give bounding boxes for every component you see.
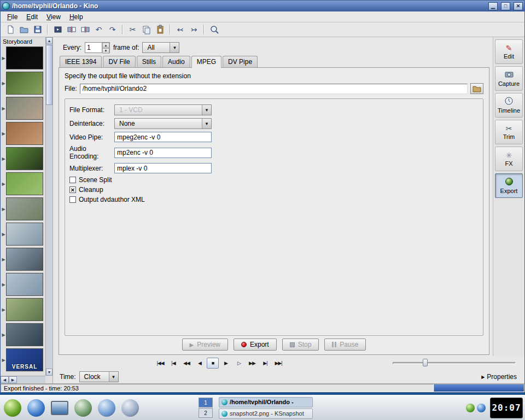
storyboard-clip[interactable]: ▶ [1, 121, 45, 146]
scroll-down-icon[interactable]: ▼ [46, 369, 52, 376]
transport-button[interactable]: |◀◀ [154, 358, 166, 369]
menu-item[interactable]: Edit [22, 12, 42, 22]
chat-icon[interactable] [96, 398, 117, 418]
spin-down-icon[interactable]: ▼ [102, 48, 109, 54]
sidebar-item-trim[interactable]: ✂ Trim [495, 120, 523, 144]
menu-item[interactable]: View [42, 12, 65, 22]
transport-button[interactable]: ▶ [220, 358, 232, 369]
checkbox-box[interactable] [69, 196, 76, 203]
checkbox-option[interactable]: Output dvdauthor XML [69, 196, 479, 203]
clip-thumbnail[interactable] [6, 97, 43, 120]
clip-thumbnail[interactable] [6, 248, 43, 271]
properties-link[interactable]: ▶ Properties [481, 373, 517, 381]
scroll-right-icon[interactable]: ▶ [9, 376, 17, 383]
split-after-icon[interactable] [79, 24, 91, 36]
storyboard-clip[interactable]: ▶ [1, 196, 45, 221]
export-tab[interactable]: DV Pipe [223, 56, 258, 67]
checkbox-box[interactable] [69, 186, 76, 193]
time-format-combo[interactable]: Clock ▼ [79, 371, 119, 382]
minimize-button[interactable]: ▁ [488, 2, 498, 10]
output-file-input[interactable] [80, 84, 468, 94]
utilities-icon[interactable] [120, 398, 141, 418]
clip-thumbnail[interactable] [6, 298, 43, 321]
pager-desktop[interactable]: 2 [199, 408, 213, 418]
capture-frame-icon[interactable] [51, 24, 64, 36]
taskbar-task[interactable]: snapshot2.png - KSnapshot [219, 409, 313, 419]
sidebar-item-timeline[interactable]: Timeline [495, 93, 523, 118]
audio-encoding-input[interactable] [114, 148, 212, 158]
close-button[interactable]: ✕ [514, 2, 523, 10]
clip-thumbnail[interactable] [6, 323, 43, 346]
cut-icon[interactable]: ✂ [126, 24, 139, 36]
storyboard-clip[interactable]: ▶ [1, 247, 45, 272]
storyboard-clip[interactable]: ▶ [1, 221, 45, 247]
copy-icon[interactable] [140, 24, 153, 36]
zoom-icon[interactable] [208, 24, 220, 36]
transport-button[interactable]: ▷ [233, 358, 245, 369]
transport-button[interactable]: ▶| [259, 358, 271, 369]
video-pipe-input[interactable] [114, 132, 212, 142]
transport-button[interactable]: ■ [207, 358, 219, 369]
slider-handle[interactable] [423, 359, 428, 366]
storyboard-clip[interactable]: ▶ [1, 297, 45, 322]
transport-button[interactable]: ▶▶ [246, 358, 258, 369]
transport-button[interactable]: ◀◀ [180, 358, 192, 369]
clip-thumbnail[interactable] [6, 46, 43, 69]
open-file-icon[interactable] [18, 24, 30, 36]
storyboard-clip[interactable]: ▶ [1, 322, 45, 347]
sidebar-item-edit[interactable]: ✎ Edit [495, 39, 523, 64]
seek-forward-icon[interactable]: ↣ [188, 24, 200, 36]
storyboard-horizontal-scrollbar[interactable]: ◀ ▶ [1, 376, 45, 383]
export-tab[interactable]: MPEG [191, 56, 221, 68]
kmenu-icon[interactable] [2, 398, 23, 418]
frame-of-combo[interactable]: All ▼ [142, 42, 179, 53]
tray-icon[interactable] [477, 404, 486, 412]
transport-button[interactable]: ◀ [194, 358, 206, 369]
transport-button[interactable]: ▶▶| [272, 358, 284, 369]
scroll-up-icon[interactable]: ▲ [46, 37, 52, 44]
export-button[interactable]: Export [234, 339, 277, 351]
menu-item[interactable]: Help [65, 12, 88, 22]
export-tab[interactable]: DV File [103, 56, 135, 67]
chevron-down-icon[interactable]: ▼ [109, 372, 118, 382]
save-file-icon[interactable] [31, 24, 44, 36]
pager-desktop[interactable]: 1 [199, 398, 213, 407]
sidebar-item-capture[interactable]: Capture [495, 66, 523, 91]
seek-backward-icon[interactable]: ↢ [174, 24, 186, 36]
checkbox-option[interactable]: Scene Split [69, 176, 479, 184]
storyboard-clip[interactable]: ▶ [1, 45, 45, 71]
stop-button[interactable]: Stop [282, 339, 319, 351]
titlebar[interactable]: /home/tvphil/Orlando - Kino ▁ □ ✕ [1, 1, 524, 11]
storyboard-vertical-scrollbar[interactable]: ▲ ▼ [45, 37, 52, 376]
package-globe-icon[interactable] [73, 398, 94, 418]
multiplexer-input[interactable] [114, 163, 212, 173]
clip-thumbnail[interactable] [6, 197, 43, 220]
export-tab[interactable]: Stills [137, 56, 161, 67]
storyboard-clip[interactable]: ▶ VERSAL [1, 347, 45, 372]
clip-thumbnail[interactable] [6, 72, 43, 95]
browser-icon[interactable] [26, 398, 46, 418]
sidebar-item-fx[interactable]: ✳ FX [495, 147, 523, 171]
storyboard-clip[interactable]: ▶ [1, 146, 45, 171]
new-file-icon[interactable] [4, 24, 16, 36]
terminal-icon[interactable] [49, 398, 70, 418]
sidebar-item-export[interactable]: Export [495, 173, 523, 198]
storyboard-clip[interactable]: ▶ [1, 171, 45, 196]
export-tab[interactable]: Audio [162, 56, 190, 67]
paste-icon[interactable] [154, 24, 166, 36]
clip-thumbnail[interactable] [6, 273, 43, 296]
preview-button[interactable]: ▶ Preview [182, 339, 228, 351]
export-tab[interactable]: IEEE 1394 [60, 56, 102, 67]
undo-icon[interactable]: ↶ [92, 24, 105, 36]
checkbox-box[interactable] [69, 177, 76, 183]
checkbox-option[interactable]: Cleanup [69, 186, 479, 194]
storyboard-clip[interactable]: ▶ [1, 71, 45, 96]
pause-button[interactable]: Pause [324, 339, 366, 351]
storyboard-clip[interactable]: ▶ [1, 96, 45, 121]
redo-icon[interactable]: ↷ [106, 24, 119, 36]
deinterlace-combo[interactable]: None ▼ [114, 118, 212, 129]
taskbar-clock[interactable]: 20:07 [490, 398, 523, 418]
transport-button[interactable]: |◀ [167, 358, 179, 369]
every-input[interactable] [85, 43, 102, 52]
menu-item[interactable]: File [3, 12, 22, 22]
